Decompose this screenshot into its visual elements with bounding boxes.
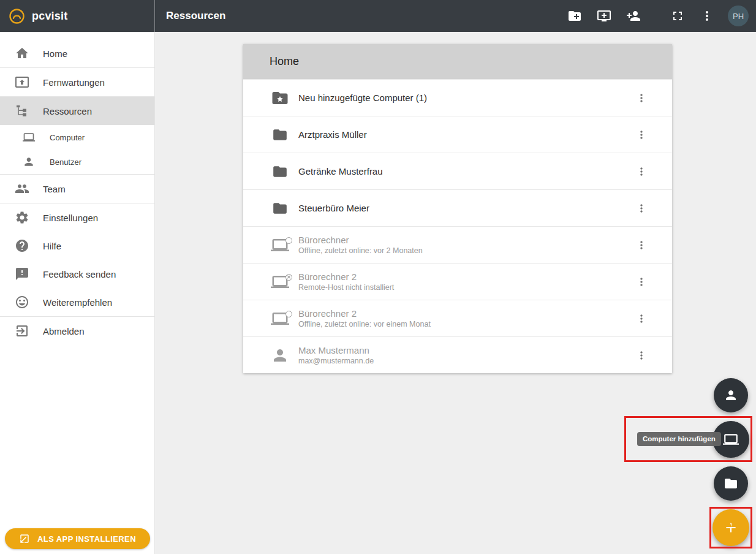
sidebar-nav: Home Fernwartungen Ressourcen Computer B…: [0, 32, 155, 554]
folder-icon: [724, 476, 738, 491]
person-icon: [269, 346, 291, 365]
laptop-error-icon: [269, 273, 291, 291]
person-icon: [23, 156, 35, 168]
list-item-steuerbuero-meier[interactable]: Steuerbüro Meier: [243, 189, 672, 226]
folder-icon: [269, 200, 291, 216]
not-installed-status-badge: [285, 274, 292, 281]
laptop-offline-icon: [269, 236, 291, 254]
row-menu-button[interactable]: [633, 306, 650, 331]
fullscreen-icon: [670, 9, 685, 23]
sidebar-item-label: Weiterempfehlen: [43, 297, 112, 308]
sidebar-item-label: Computer: [50, 133, 85, 142]
feedback-icon: [15, 267, 29, 281]
gear-icon: [15, 210, 29, 225]
laptop-icon: [723, 431, 739, 447]
row-menu-button[interactable]: [633, 233, 650, 257]
sidebar-item-weiterempfehlen[interactable]: Weiterempfehlen: [0, 288, 154, 316]
more-menu-button[interactable]: [692, 1, 722, 31]
sidebar-item-einstellungen[interactable]: Einstellungen: [0, 203, 154, 232]
row-menu-button[interactable]: [633, 159, 650, 184]
list-item-getraenke-musterfrau[interactable]: Getränke Musterfrau: [243, 153, 672, 189]
list-item-buerorechner[interactable]: Bürorechner Offline, zuletzt online: vor…: [243, 226, 672, 263]
more-vert-icon: [635, 92, 648, 104]
install-app-button[interactable]: ALS APP INSTALLIEREN: [5, 528, 150, 549]
people-icon: [15, 181, 29, 196]
more-vert-icon: [635, 313, 648, 325]
sidebar-item-fernwartungen[interactable]: Fernwartungen: [0, 68, 154, 96]
resource-name: Max Mustermann: [298, 345, 374, 355]
sidebar-item-label: Einstellungen: [43, 213, 98, 223]
add-user-button[interactable]: [619, 1, 648, 31]
folder-add-icon: [567, 9, 582, 23]
logout-icon: [15, 324, 29, 338]
row-menu-button[interactable]: [633, 270, 650, 294]
list-item-buerorechner-2b[interactable]: Bürorechner 2 Offline, zuletzt online: v…: [243, 300, 672, 336]
add-computer-button[interactable]: [589, 1, 619, 31]
brand-name: pcvisit: [32, 10, 67, 23]
plus-icon: [723, 520, 739, 536]
row-menu-button[interactable]: [633, 196, 650, 221]
sidebar-item-feedback[interactable]: Feedback senden: [0, 260, 154, 288]
help-icon: [15, 238, 29, 253]
sidebar-item-label: Team: [43, 184, 66, 194]
list-title: Home: [270, 55, 299, 68]
folder-icon: [269, 164, 291, 180]
add-fab[interactable]: [713, 509, 749, 546]
computer-hinzufuegen-tooltip: Computer hinzufügen: [637, 432, 721, 446]
resource-status: Offline, zuletzt online: vor einem Monat: [298, 320, 431, 328]
resource-name: Getränke Musterfrau: [298, 166, 383, 176]
main-content: Home Neu hinzugefügte Computer (1) Arztp…: [155, 32, 756, 554]
smiley-icon: [15, 295, 29, 309]
more-vert-icon: [635, 165, 648, 178]
sidebar-item-label: Ressourcen: [43, 106, 92, 116]
sidebar-item-label: Hilfe: [43, 241, 61, 251]
list-item-buerorechner-2[interactable]: Bürorechner 2 Remote-Host nicht installi…: [243, 263, 672, 300]
pcvisit-logo-icon: [9, 8, 25, 25]
resource-name: Bürorechner 2: [298, 308, 431, 319]
sidebar-item-ressourcen[interactable]: Ressourcen: [0, 97, 154, 125]
resource-name: Arztpraxis Müller: [298, 129, 367, 140]
add-folder-fab[interactable]: [714, 466, 748, 501]
person-add-icon: [626, 9, 641, 23]
more-vert-icon: [635, 239, 648, 251]
sidebar-item-hilfe[interactable]: Hilfe: [0, 232, 154, 260]
resource-name: Neu hinzugefügte Computer (1): [298, 93, 427, 103]
sidebar-item-label: Fernwartungen: [43, 77, 105, 88]
folder-icon: [269, 127, 291, 143]
sidebar-item-abmelden[interactable]: Abmelden: [0, 317, 154, 345]
home-icon: [15, 46, 29, 61]
sidebar-item-label: Abmelden: [43, 326, 85, 336]
user-avatar[interactable]: PH: [728, 6, 749, 26]
header-actions: PH: [560, 1, 756, 31]
row-menu-button[interactable]: [633, 123, 650, 147]
sidebar-item-benutzer[interactable]: Benutzer: [0, 150, 154, 174]
top-app-bar: pcvisit Ressourcen PH: [0, 0, 756, 32]
folder-star-icon: [269, 89, 291, 107]
list-item-arztpraxis-mueller[interactable]: Arztpraxis Müller: [243, 116, 672, 153]
create-folder-button[interactable]: [560, 1, 589, 31]
sidebar-item-label: Home: [43, 48, 67, 59]
app-window: pcvisit Ressourcen PH Home Fernwartungen…: [0, 0, 756, 554]
sidebar-item-team[interactable]: Team: [0, 175, 154, 203]
install-app-icon: [19, 533, 30, 544]
resource-email: max@mustermann.de: [298, 357, 374, 365]
more-vert-icon: [635, 202, 648, 214]
resource-status: Offline, zuletzt online: vor 2 Monaten: [298, 246, 423, 255]
row-menu-button[interactable]: [633, 343, 650, 368]
resource-name: Bürorechner 2: [298, 271, 394, 282]
laptop-icon: [23, 131, 35, 143]
tree-icon: [15, 104, 29, 118]
row-menu-button[interactable]: [633, 86, 650, 110]
fullscreen-button[interactable]: [663, 1, 692, 31]
list-item-neu-hinzugefuegte-computer[interactable]: Neu hinzugefügte Computer (1): [243, 79, 672, 116]
sidebar-item-home[interactable]: Home: [0, 39, 154, 67]
more-vert-icon: [700, 9, 714, 23]
add-user-fab[interactable]: [714, 378, 748, 412]
resource-list-card: Home Neu hinzugefügte Computer (1) Arztp…: [243, 44, 672, 373]
list-item-max-mustermann[interactable]: Max Mustermann max@mustermann.de: [243, 336, 672, 373]
sidebar-item-computer[interactable]: Computer: [0, 125, 154, 150]
more-vert-icon: [635, 129, 648, 141]
person-icon: [724, 388, 738, 403]
computer-add-icon: [597, 9, 611, 23]
page-title: Ressourcen: [155, 10, 225, 22]
